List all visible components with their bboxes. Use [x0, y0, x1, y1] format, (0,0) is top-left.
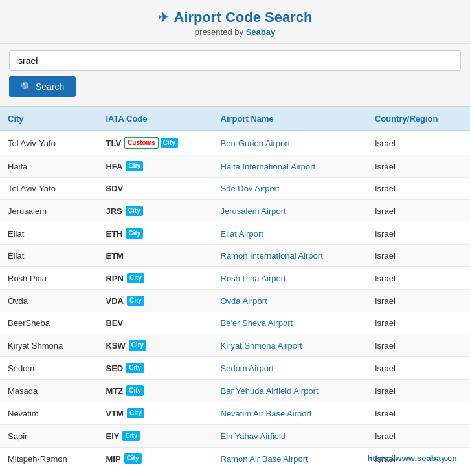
- cell-airport[interactable]: Bar Yehuda Airfield Airport: [213, 380, 367, 402]
- table-body: Tel Aviv-YafoTLVCustomsCityBen-Gurion Ai…: [0, 131, 470, 470]
- city-badge: City: [126, 385, 144, 396]
- airport-link[interactable]: Rosh Pina Airport: [221, 274, 286, 283]
- airport-link[interactable]: Sedom Airport: [221, 363, 274, 373]
- cell-city: Haifa: [0, 155, 98, 178]
- table-row: Mitspeh-RamonMIPCityRamon Air Base Airpo…: [0, 448, 470, 470]
- iata-code-text: VDA: [106, 296, 123, 306]
- cell-airport[interactable]: Ben-Gurion Airport: [213, 131, 367, 155]
- airport-link[interactable]: Haifa International Airport: [221, 162, 316, 171]
- table-row: Kiryat ShmonaKSWCityKiryat Shmona Airpor…: [0, 334, 470, 357]
- city-badge: City: [126, 228, 143, 239]
- table-row: SedomSEDCitySedom AirportIsrael: [0, 357, 470, 380]
- results-table-container: City IATA Code Airport Name Country/Regi…: [0, 107, 470, 470]
- cell-country: Israel: [367, 357, 470, 380]
- city-badge: City: [124, 453, 142, 464]
- cell-airport[interactable]: Jerusalem Airport: [213, 200, 367, 222]
- cell-iata: BEV: [98, 312, 212, 334]
- table-row: OvdaVDACityOvda AirportIsrael: [0, 290, 470, 312]
- page-wrapper: ✈ Airport Code Search presented by Seaba…: [0, 0, 470, 476]
- table-row: NevatimVTMCityNevatim Air Base AirportIs…: [0, 402, 470, 425]
- cell-iata: MIPCity: [98, 448, 212, 470]
- airport-link[interactable]: Be'er Sheva Airport: [221, 318, 293, 328]
- cell-city: Masada: [0, 380, 98, 402]
- cell-city: Sedom: [0, 357, 98, 380]
- cell-airport[interactable]: Haifa International Airport: [213, 155, 367, 178]
- city-badge: City: [127, 273, 144, 283]
- airport-link[interactable]: Ben-Gurion Airport: [221, 138, 291, 148]
- airport-link[interactable]: Kiryat Shmona Airport: [221, 341, 302, 351]
- cell-airport[interactable]: Nevatim Air Base Airport: [213, 402, 367, 425]
- cell-airport[interactable]: Ramon Air Base Airport: [213, 448, 367, 470]
- table-row: MasadaMTZCityBar Yehuda Airfield Airport…: [0, 380, 470, 402]
- iata-code-text: BEV: [106, 318, 123, 328]
- search-icon: 🔍: [21, 81, 32, 92]
- cell-city: Rosh Pina: [0, 267, 98, 290]
- city-badge: City: [126, 363, 144, 373]
- table-header: City IATA Code Airport Name Country/Regi…: [0, 107, 470, 131]
- cell-city: Tel Aviv-Yafo: [0, 178, 98, 200]
- cell-city: Eilat: [0, 245, 98, 267]
- col-iata: IATA Code: [98, 107, 212, 131]
- cell-iata: ETHCity: [98, 222, 212, 245]
- header-subtitle: presented by Seabay: [6, 27, 464, 37]
- search-section: 🔍 Search: [0, 44, 470, 107]
- title-text: Airport Code Search: [174, 9, 313, 26]
- cell-airport[interactable]: Ein Yahav Airfield: [213, 425, 367, 448]
- iata-code-text: EIY: [106, 431, 119, 441]
- col-country: Country/Region: [367, 107, 470, 131]
- city-badge: City: [127, 296, 144, 306]
- plane-icon: ✈: [158, 10, 169, 25]
- cell-city: Ovda: [0, 290, 98, 312]
- search-input[interactable]: [9, 50, 461, 71]
- results-table: City IATA Code Airport Name Country/Regi…: [0, 107, 470, 470]
- city-badge: City: [122, 431, 140, 441]
- cell-city: Eilat: [0, 222, 98, 245]
- cell-country: Israel: [367, 267, 470, 290]
- cell-iata: VTMCity: [98, 402, 212, 425]
- cell-airport[interactable]: Sedom Airport: [213, 357, 367, 380]
- cell-iata: RPNCity: [98, 267, 212, 290]
- airport-link[interactable]: Sde Dov Airport: [221, 184, 280, 193]
- cell-city: Nevatim: [0, 402, 98, 425]
- cell-country: Israel: [367, 131, 470, 155]
- search-button[interactable]: 🔍 Search: [9, 76, 76, 97]
- iata-code-text: SED: [106, 363, 123, 373]
- cell-airport[interactable]: Eilat Airport: [213, 222, 367, 245]
- header-title: ✈ Airport Code Search: [6, 9, 464, 26]
- airport-link[interactable]: Ein Yahav Airfield: [221, 431, 286, 441]
- airport-link[interactable]: Bar Yehuda Airfield Airport: [221, 386, 319, 396]
- airport-link[interactable]: Ovda Airport: [221, 296, 267, 306]
- col-city: City: [0, 107, 98, 131]
- cell-city: Jerusalem: [0, 200, 98, 222]
- airport-link[interactable]: Jerusalem Airport: [221, 206, 286, 216]
- airport-link[interactable]: Eilat Airport: [221, 229, 263, 239]
- cell-city: Kiryat Shmona: [0, 334, 98, 357]
- cell-airport[interactable]: Sde Dov Airport: [213, 178, 367, 200]
- cell-airport[interactable]: Be'er Sheva Airport: [213, 312, 367, 334]
- table-row: JerusalemJRSCityJerusalem AirportIsrael: [0, 200, 470, 222]
- table-row: EilatETHCityEilat AirportIsrael: [0, 222, 470, 245]
- city-badge: City: [127, 408, 144, 418]
- cell-airport[interactable]: Ramon International Airport: [213, 245, 367, 267]
- cell-country: Israel: [367, 222, 470, 245]
- cell-iata: SEDCity: [98, 357, 212, 380]
- cell-iata: VDACity: [98, 290, 212, 312]
- iata-code-text: MIP: [106, 454, 120, 464]
- table-row: Rosh PinaRPNCityRosh Pina AirportIsrael: [0, 267, 470, 290]
- airport-link[interactable]: Ramon International Airport: [221, 251, 323, 261]
- cell-airport[interactable]: Rosh Pina Airport: [213, 267, 367, 290]
- customs-badge: Customs: [124, 137, 159, 149]
- cell-country: Israel: [367, 448, 470, 470]
- cell-iata: KSWCity: [98, 334, 212, 357]
- airport-link[interactable]: Ramon Air Base Airport: [221, 454, 308, 464]
- airport-link[interactable]: Nevatim Air Base Airport: [221, 409, 312, 418]
- cell-airport[interactable]: Ovda Airport: [213, 290, 367, 312]
- cell-airport[interactable]: Kiryat Shmona Airport: [213, 334, 367, 357]
- iata-code-text: ETH: [106, 229, 122, 239]
- table-row: SapirEIYCityEin Yahav AirfieldIsrael: [0, 425, 470, 448]
- cell-iata: SDV: [98, 178, 212, 200]
- table-row: HaifaHFACityHaifa International AirportI…: [0, 155, 470, 178]
- cell-country: Israel: [367, 155, 470, 178]
- city-badge: City: [126, 206, 143, 216]
- table-row: BeerShebaBEVBe'er Sheva AirportIsrael: [0, 312, 470, 334]
